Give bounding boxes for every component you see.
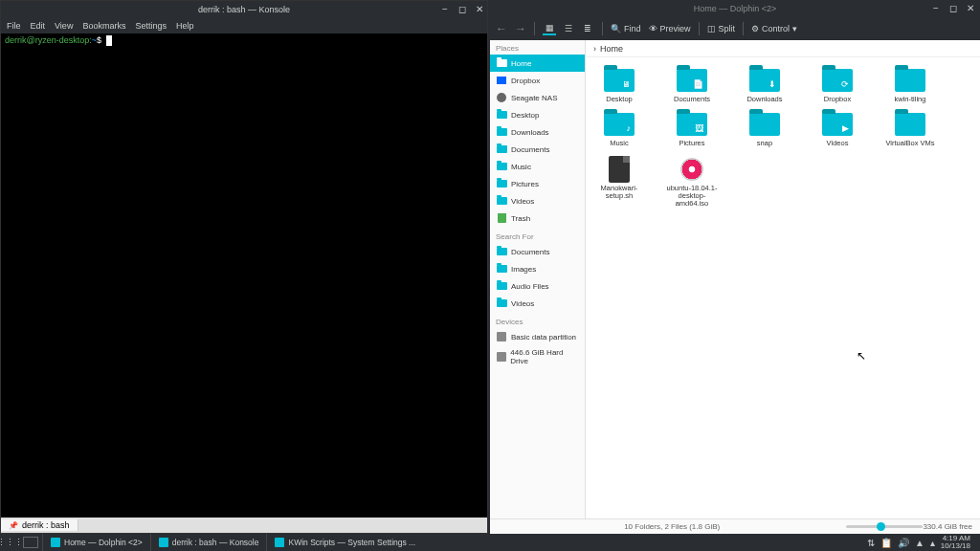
sidebar-item-label: 446.6 GiB Hard Drive [510,348,579,365]
file-item-dropbox[interactable]: ⟳Dropbox [810,67,865,103]
sidebar-item-videos[interactable]: Videos [490,192,585,209]
sidebar-search-images[interactable]: Images [490,260,585,277]
sidebar-device-basic-data-partition[interactable]: Basic data partition [490,328,585,345]
sidebar-item-desktop[interactable]: Desktop [490,106,585,123]
sidebar-search-videos[interactable]: Videos [490,295,585,312]
task-item[interactable]: Home — Dolphin <2> [42,534,150,551]
folder-icon [496,178,507,189]
file-grid[interactable]: 🖥Desktop📄Documents⬇Downloads⟳Dropboxkwin… [586,57,980,217]
konsole-titlebar[interactable]: derrik : bash — Konsole − ◻ ✕ [1,1,487,18]
folder-icon: 🖥 [604,69,635,92]
tray-volume-icon[interactable]: 🔊 [898,538,909,548]
sidebar-item-downloads[interactable]: Downloads [490,123,585,141]
prompt-user: derrik@ryzen-desktop [5,35,89,45]
breadcrumb[interactable]: › Home [586,40,980,57]
menu-file[interactable]: File [7,21,21,31]
desktop-pager[interactable] [23,537,38,548]
view-icons-button[interactable]: ▦ [543,22,556,35]
tray-updates-icon[interactable]: ⇅ [867,538,875,548]
dolphin-titlebar[interactable]: Home — Dolphin <2> − ◻ ✕ [490,0,980,17]
file-label: Manokwari-setup.sh [591,185,647,201]
folder-icon [749,113,780,136]
file-item-snap[interactable]: snap [737,111,792,147]
maximize-icon[interactable]: ◻ [947,2,959,13]
menu-edit[interactable]: Edit [31,21,46,31]
taskbar-clock[interactable]: 4:19 AM 10/13/18 [941,535,974,550]
file-label: Documents [674,96,710,103]
folder-icon: ♪ [604,113,635,136]
file-item-downloads[interactable]: ⬇Downloads [737,67,792,103]
task-label: derrik : bash — Konsole [172,538,259,547]
find-button[interactable]: 🔍Find [611,24,641,33]
back-button[interactable]: ← [496,22,507,35]
sidebar-item-dropbox[interactable]: Dropbox [490,72,585,89]
task-label: Home — Dolphin <2> [64,538,143,547]
app-launcher[interactable]: ⋮⋮⋮ [0,534,19,551]
sidebar-item-seagate-nas[interactable]: Seagate NAS [490,89,585,106]
forward-button[interactable]: → [515,22,526,35]
folder-icon: ⟳ [822,69,853,92]
breadcrumb-home[interactable]: Home [600,44,623,54]
terminal-body[interactable]: derrik@ryzen-desktop:~$ [1,33,487,518]
menu-settings[interactable]: Settings [135,21,167,31]
file-item-virtualbox-vms[interactable]: VirtualBox VMs [882,111,938,147]
file-item-videos[interactable]: ▶Videos [810,111,865,147]
drive-icon [496,351,506,363]
file-item-manokwari-setup-sh[interactable]: Manokwari-setup.sh [591,156,647,209]
minimize-icon[interactable]: − [930,2,942,13]
split-button[interactable]: ◫Split [707,24,736,33]
separator [534,22,535,35]
sidebar-item-pictures[interactable]: Pictures [490,175,585,192]
maximize-icon[interactable]: ◻ [457,3,468,14]
folder-icon: 🖼 [677,113,707,136]
separator [743,22,744,35]
file-item-music[interactable]: ♪Music [591,111,647,147]
preview-button[interactable]: 👁Preview [649,24,691,33]
menu-help[interactable]: Help [176,21,194,31]
sidebar-device-446.6-gib-hard-drive[interactable]: 446.6 GiB Hard Drive [490,345,585,368]
file-item-documents[interactable]: 📄Documents [664,67,720,103]
file-label: Downloads [746,96,782,103]
view-compact-button[interactable]: ☰ [562,22,575,35]
places-heading: Places [490,42,585,55]
view-details-button[interactable]: ≣ [581,22,594,35]
file-label: VirtualBox VMs [885,140,934,147]
sidebar-search-audio-files[interactable]: Audio Files [490,277,585,295]
task-item[interactable]: derrik : bash — Konsole [150,534,267,551]
control-button[interactable]: ⚙Control▾ [751,24,797,33]
konsole-tab[interactable]: 📌 derrik : bash [1,519,78,531]
sidebar-item-label: Trash [511,214,530,223]
folder-icon [496,195,507,207]
file-label: kwin-tiling [895,96,926,103]
split-icon: ◫ [707,24,716,33]
task-item[interactable]: KWin Scripts — System Settings ... [266,534,423,551]
sidebar-item-documents[interactable]: Documents [490,141,585,158]
file-item-ubuntu-18-04-1-desktop-amd64-iso[interactable]: ubuntu-18.04.1-desktop-amd64.iso [664,156,720,209]
close-icon[interactable]: ✕ [474,3,485,14]
menu-bookmarks[interactable]: Bookmarks [82,21,125,31]
task-label: KWin Scripts — System Settings ... [288,538,415,547]
sidebar-search-documents[interactable]: Documents [490,243,585,260]
prompt-symbol: $ [97,35,101,45]
sidebar-item-label: Documents [511,145,549,154]
drive-icon [496,331,507,342]
close-icon[interactable]: ✕ [965,2,976,13]
file-item-pictures[interactable]: 🖼Pictures [664,111,720,147]
sidebar-item-trash[interactable]: Trash [490,209,585,227]
search-heading: Search For [490,231,585,243]
file-item-kwin-tiling[interactable]: kwin-tiling [882,67,938,103]
sidebar-item-music[interactable]: Music [490,158,585,175]
zoom-slider[interactable] [846,525,923,528]
folder-icon: ⬇ [749,69,780,92]
tray-clipboard-icon[interactable]: 📋 [880,538,892,548]
status-summary: 10 Folders, 2 Files (1.8 GiB) [498,522,846,531]
tray-network-icon[interactable]: ▲ [915,538,924,548]
file-item-desktop[interactable]: 🖥Desktop [591,67,647,103]
sidebar-item-home[interactable]: Home [490,55,585,72]
menu-view[interactable]: View [55,21,73,31]
sidebar-item-label: Images [511,265,536,274]
tray-expand-icon[interactable]: ▴ [930,538,935,548]
file-label: Pictures [679,140,704,147]
breadcrumb-arrow-icon: › [593,44,596,54]
minimize-icon[interactable]: − [439,3,451,14]
